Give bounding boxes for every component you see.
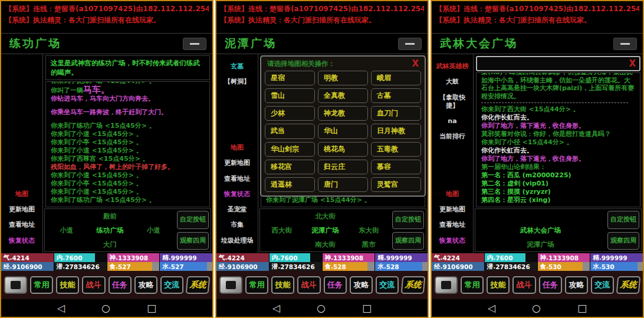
back-icon[interactable]: ◁: [488, 303, 495, 313]
map-option-button[interactable]: 华山剑宗: [265, 142, 315, 157]
sidebar-item[interactable]: 大鼓: [446, 78, 459, 86]
sidebar-item[interactable]: 查看地址: [9, 221, 35, 229]
tasks-button[interactable]: 任务: [539, 276, 562, 294]
skills-button[interactable]: 技能: [487, 276, 510, 294]
map-option-button[interactable]: 峨眉: [371, 71, 421, 85]
sidebar-item[interactable]: 更新地图: [224, 159, 250, 167]
recent-apps-icon[interactable]: □: [362, 303, 372, 313]
sidebar-item[interactable]: 恢复状态: [224, 190, 250, 198]
guide-button[interactable]: 攻略: [350, 276, 373, 294]
exit-link[interactable]: 北大街: [304, 212, 347, 221]
close-icon[interactable]: X: [629, 59, 636, 68]
custom-buttons-button[interactable]: 自定按钮: [392, 211, 424, 229]
status-value: 27834626: [65, 263, 99, 270]
sidebar-item[interactable]: 查看地址: [439, 221, 465, 229]
map-option-button[interactable]: 星宿: [265, 71, 315, 85]
sidebar-item[interactable]: na: [448, 117, 456, 125]
exit-link[interactable]: 西大街: [260, 226, 304, 235]
custom-buttons-button[interactable]: 自定按钮: [177, 211, 209, 229]
sidebar-item[interactable]: 【树洞】: [224, 78, 250, 86]
map-option-button[interactable]: 全真教: [318, 88, 368, 103]
exit-link[interactable]: 南大街: [304, 240, 347, 249]
map-option-button[interactable]: 移花宫: [265, 160, 315, 174]
map-option-button[interactable]: 逍遥林: [265, 177, 315, 192]
map-option-button[interactable]: 归云庄: [318, 160, 368, 174]
map-option-button[interactable]: 少林: [265, 106, 315, 121]
common-button[interactable]: 常用: [461, 276, 484, 294]
chat-button[interactable]: 交流: [591, 276, 614, 294]
home-icon[interactable]: ○: [101, 303, 110, 313]
map-option-button[interactable]: 华山: [318, 124, 368, 138]
chat-button[interactable]: 交流: [376, 276, 399, 294]
map-option-button[interactable]: 慕容: [371, 160, 421, 174]
system-button[interactable]: 系统: [616, 276, 641, 294]
skills-button[interactable]: 技能: [56, 276, 79, 294]
sidebar-item[interactable]: 查看地址: [224, 175, 250, 183]
skills-button[interactable]: 技能: [271, 276, 294, 294]
input-panel-button[interactable]: [219, 276, 242, 294]
recent-apps-icon[interactable]: □: [577, 303, 587, 313]
sidebar-item[interactable]: 市集: [231, 221, 244, 229]
map-option-button[interactable]: 血刀门: [371, 106, 421, 121]
exit-link[interactable]: 东大街: [347, 226, 390, 235]
map-option-button[interactable]: 神龙教: [318, 106, 368, 121]
exit-link[interactable]: 小道: [132, 226, 175, 235]
map-option-button[interactable]: 灵鹫宫: [371, 177, 421, 192]
exit-link[interactable]: 泥潭广场: [519, 240, 563, 249]
back-icon[interactable]: ◁: [272, 303, 280, 313]
look-around-button[interactable]: 观察四周: [392, 232, 424, 250]
sidebar-item[interactable]: 地图: [446, 190, 459, 198]
look-around-button[interactable]: 观察四周: [607, 232, 639, 250]
sidebar-item[interactable]: 当前排行: [439, 132, 465, 141]
combat-button[interactable]: 战斗: [512, 276, 535, 294]
sidebar-item[interactable]: 【拿取快捷】: [433, 94, 471, 111]
close-icon[interactable]: X: [412, 59, 419, 68]
sidebar-item[interactable]: 恢复状态: [9, 237, 35, 245]
exit-link[interactable]: 殿前: [88, 212, 132, 221]
sidebar-item[interactable]: 垃圾处理场: [221, 237, 254, 245]
input-panel-button[interactable]: [4, 276, 27, 294]
system-button[interactable]: 系统: [401, 276, 426, 294]
minimize-button[interactable]: [183, 38, 206, 50]
combat-button[interactable]: 战斗: [297, 276, 320, 294]
sidebar-item[interactable]: 地图: [15, 190, 28, 198]
map-option-button[interactable]: 日月神教: [371, 124, 421, 138]
back-icon[interactable]: ◁: [57, 303, 65, 313]
map-option-button[interactable]: 唐门: [318, 177, 368, 192]
combat-button[interactable]: 战斗: [82, 276, 105, 294]
quick-button-row: 常用技能战斗任务攻略交流系统: [1, 271, 212, 299]
map-option-button[interactable]: 明教: [318, 71, 368, 85]
exit-link[interactable]: 小道: [45, 226, 88, 235]
custom-buttons-button[interactable]: 自定按钮: [607, 211, 639, 229]
map-option-button[interactable]: 武当: [265, 124, 315, 138]
minimize-button[interactable]: [398, 38, 422, 50]
sidebar-item[interactable]: 玄墓: [231, 62, 244, 71]
exit-link[interactable]: 大门: [88, 240, 132, 249]
sidebar-item[interactable]: 武林英雄榜: [436, 62, 469, 71]
guide-button[interactable]: 攻略: [565, 276, 588, 294]
sidebar-item[interactable]: 更新地图: [439, 206, 465, 214]
map-option-button[interactable]: 桃花岛: [318, 142, 368, 157]
tasks-button[interactable]: 任务: [109, 276, 132, 294]
look-around-button[interactable]: 观察四周: [177, 232, 209, 250]
input-dialog[interactable]: X: [476, 56, 640, 71]
common-button[interactable]: 常用: [30, 276, 53, 294]
sidebar-item[interactable]: 更新地图: [9, 206, 35, 214]
sidebar-item[interactable]: 地图: [231, 144, 244, 152]
map-option-button[interactable]: 雪山: [265, 88, 315, 103]
chat-button[interactable]: 交流: [160, 276, 183, 294]
recent-apps-icon[interactable]: □: [147, 303, 156, 313]
home-icon[interactable]: ○: [317, 303, 326, 313]
guide-button[interactable]: 攻略: [134, 276, 157, 294]
sidebar-item[interactable]: 圣宠堂: [228, 206, 247, 214]
sidebar-item[interactable]: 恢复状态: [439, 237, 465, 245]
map-option-button[interactable]: 五毒教: [371, 142, 421, 157]
map-option-button[interactable]: 古墓: [371, 88, 421, 103]
common-button[interactable]: 常用: [245, 276, 268, 294]
tasks-button[interactable]: 任务: [324, 276, 347, 294]
home-icon[interactable]: ○: [532, 303, 541, 313]
system-button[interactable]: 系统: [186, 276, 211, 294]
exit-link[interactable]: 黑市: [347, 240, 390, 249]
minimize-button[interactable]: [613, 38, 637, 50]
input-panel-button[interactable]: [435, 276, 458, 294]
